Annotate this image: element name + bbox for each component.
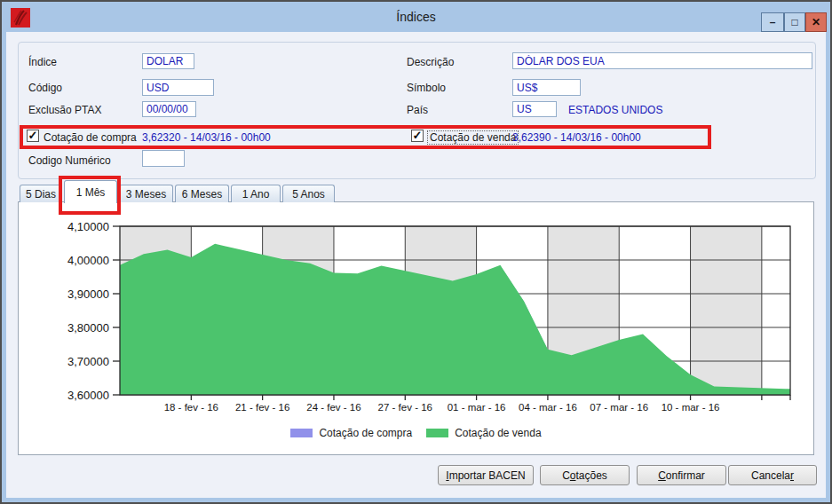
- cotacao-venda-label: Cotação de venda: [427, 130, 519, 145]
- cotacao-compra-label: Cotação de compra: [44, 131, 137, 144]
- button-cotações[interactable]: Cotações: [540, 465, 630, 485]
- simbolo-label: Símbolo: [407, 82, 446, 94]
- indice-label: Índice: [28, 56, 57, 68]
- tab-1-ano[interactable]: 1 Ano: [231, 185, 281, 202]
- title-bar[interactable]: Índices – □ ✕: [2, 2, 830, 32]
- button-importar-bacen[interactable]: Importar BACEN: [438, 465, 534, 485]
- minimize-button[interactable]: –: [761, 12, 784, 32]
- close-button[interactable]: ✕: [805, 12, 827, 32]
- descricao-label: Descrição: [407, 56, 454, 68]
- cotacao-venda-value: 3,62390 - 14/03/16 - 00h00: [512, 131, 641, 144]
- button-cancelar[interactable]: Cancelar: [728, 465, 817, 485]
- pais-name-text: ESTADOS UNIDOS: [568, 104, 662, 116]
- codigo-numerico-label: Codigo Numérico: [28, 154, 111, 167]
- tab-3-meses[interactable]: 3 Meses: [119, 185, 173, 202]
- period-tabs: 5 Dias1 Mês3 Meses6 Meses1 Ano5 Anos: [20, 180, 335, 202]
- chart-panel: [18, 201, 814, 455]
- legend-item-cotação-de-venda: Cotação de venda: [426, 427, 541, 439]
- codigo-label: Código: [28, 82, 62, 94]
- codigo-input[interactable]: [142, 79, 214, 96]
- exclusao-ptax-input[interactable]: [142, 101, 196, 117]
- pais-input[interactable]: [512, 101, 557, 117]
- indices-window: Índices – □ ✕ Índice Código Exclusão PTA…: [0, 0, 832, 504]
- legend-label: Cotação de compra: [319, 427, 412, 439]
- exclusao-ptax-label: Exclusão PTAX: [28, 104, 101, 116]
- tab-6-meses[interactable]: 6 Meses: [175, 185, 229, 202]
- indice-input[interactable]: [142, 53, 194, 69]
- legend-swatch-icon: [426, 429, 448, 437]
- cotacao-compra-checkbox[interactable]: [27, 130, 39, 142]
- legend-item-cotação-de-compra: Cotação de compra: [290, 427, 412, 439]
- legend-swatch-icon: [290, 429, 313, 437]
- pais-label: País: [407, 104, 428, 116]
- descricao-input[interactable]: [512, 52, 812, 69]
- cotacao-venda-checkbox[interactable]: [411, 130, 424, 142]
- codigo-numerico-input[interactable]: [142, 150, 185, 167]
- legend-label: Cotação de venda: [455, 427, 541, 439]
- tab-5-anos[interactable]: 5 Anos: [282, 185, 335, 202]
- tab-5-dias[interactable]: 5 Dias: [20, 185, 62, 202]
- maximize-button[interactable]: □: [784, 12, 805, 32]
- simbolo-input[interactable]: [512, 79, 581, 96]
- tab-1-mês[interactable]: 1 Mês: [64, 180, 117, 203]
- window-title: Índices: [2, 10, 830, 24]
- chart-legend: Cotação de compraCotação de venda: [18, 427, 814, 439]
- button-confirmar[interactable]: Confirmar: [637, 465, 726, 485]
- cotacao-compra-value: 3,62320 - 14/03/16 - 00h00: [142, 131, 271, 144]
